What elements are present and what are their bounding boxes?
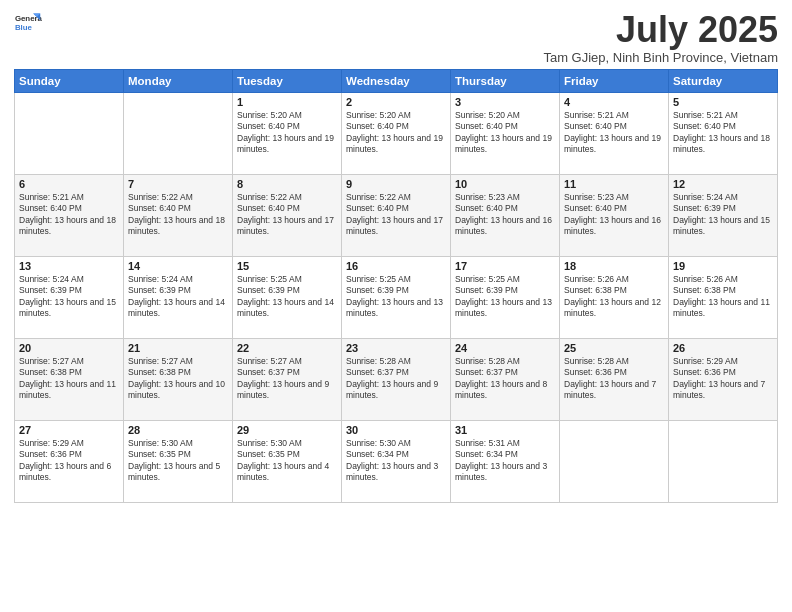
calendar-cell: 31Sunrise: 5:31 AM Sunset: 6:34 PM Dayli… <box>451 420 560 502</box>
calendar-cell: 8Sunrise: 5:22 AM Sunset: 6:40 PM Daylig… <box>233 174 342 256</box>
day-number: 23 <box>346 342 446 354</box>
day-of-week-header: Tuesday <box>233 69 342 92</box>
day-of-week-header: Sunday <box>15 69 124 92</box>
header: General Blue July 2025 Tam GJiep, Ninh B… <box>14 10 778 65</box>
day-info: Sunrise: 5:29 AM Sunset: 6:36 PM Dayligh… <box>673 356 773 402</box>
svg-text:Blue: Blue <box>15 23 33 32</box>
day-number: 4 <box>564 96 664 108</box>
day-number: 7 <box>128 178 228 190</box>
calendar-cell: 23Sunrise: 5:28 AM Sunset: 6:37 PM Dayli… <box>342 338 451 420</box>
day-of-week-header: Friday <box>560 69 669 92</box>
day-info: Sunrise: 5:30 AM Sunset: 6:34 PM Dayligh… <box>346 438 446 484</box>
day-number: 6 <box>19 178 119 190</box>
calendar-cell: 14Sunrise: 5:24 AM Sunset: 6:39 PM Dayli… <box>124 256 233 338</box>
day-number: 28 <box>128 424 228 436</box>
day-of-week-header: Saturday <box>669 69 778 92</box>
day-number: 2 <box>346 96 446 108</box>
day-info: Sunrise: 5:25 AM Sunset: 6:39 PM Dayligh… <box>237 274 337 320</box>
calendar-cell: 9Sunrise: 5:22 AM Sunset: 6:40 PM Daylig… <box>342 174 451 256</box>
logo-icon: General Blue <box>14 10 42 38</box>
day-info: Sunrise: 5:28 AM Sunset: 6:37 PM Dayligh… <box>455 356 555 402</box>
calendar-week-row: 1Sunrise: 5:20 AM Sunset: 6:40 PM Daylig… <box>15 92 778 174</box>
day-info: Sunrise: 5:21 AM Sunset: 6:40 PM Dayligh… <box>673 110 773 156</box>
calendar-cell: 17Sunrise: 5:25 AM Sunset: 6:39 PM Dayli… <box>451 256 560 338</box>
day-info: Sunrise: 5:25 AM Sunset: 6:39 PM Dayligh… <box>455 274 555 320</box>
day-info: Sunrise: 5:21 AM Sunset: 6:40 PM Dayligh… <box>564 110 664 156</box>
calendar-cell: 22Sunrise: 5:27 AM Sunset: 6:37 PM Dayli… <box>233 338 342 420</box>
day-info: Sunrise: 5:23 AM Sunset: 6:40 PM Dayligh… <box>455 192 555 238</box>
calendar-week-row: 27Sunrise: 5:29 AM Sunset: 6:36 PM Dayli… <box>15 420 778 502</box>
day-number: 20 <box>19 342 119 354</box>
day-number: 13 <box>19 260 119 272</box>
calendar-cell: 27Sunrise: 5:29 AM Sunset: 6:36 PM Dayli… <box>15 420 124 502</box>
day-info: Sunrise: 5:20 AM Sunset: 6:40 PM Dayligh… <box>346 110 446 156</box>
calendar-cell: 28Sunrise: 5:30 AM Sunset: 6:35 PM Dayli… <box>124 420 233 502</box>
day-number: 10 <box>455 178 555 190</box>
day-info: Sunrise: 5:27 AM Sunset: 6:37 PM Dayligh… <box>237 356 337 402</box>
page: General Blue July 2025 Tam GJiep, Ninh B… <box>0 0 792 612</box>
calendar-cell: 21Sunrise: 5:27 AM Sunset: 6:38 PM Dayli… <box>124 338 233 420</box>
day-info: Sunrise: 5:27 AM Sunset: 6:38 PM Dayligh… <box>128 356 228 402</box>
calendar-cell: 2Sunrise: 5:20 AM Sunset: 6:40 PM Daylig… <box>342 92 451 174</box>
day-number: 29 <box>237 424 337 436</box>
day-info: Sunrise: 5:26 AM Sunset: 6:38 PM Dayligh… <box>564 274 664 320</box>
calendar-week-row: 6Sunrise: 5:21 AM Sunset: 6:40 PM Daylig… <box>15 174 778 256</box>
day-info: Sunrise: 5:22 AM Sunset: 6:40 PM Dayligh… <box>346 192 446 238</box>
day-number: 31 <box>455 424 555 436</box>
calendar-cell: 4Sunrise: 5:21 AM Sunset: 6:40 PM Daylig… <box>560 92 669 174</box>
day-info: Sunrise: 5:30 AM Sunset: 6:35 PM Dayligh… <box>128 438 228 484</box>
calendar-cell: 3Sunrise: 5:20 AM Sunset: 6:40 PM Daylig… <box>451 92 560 174</box>
day-number: 21 <box>128 342 228 354</box>
subtitle: Tam GJiep, Ninh Binh Province, Vietnam <box>543 50 778 65</box>
day-number: 27 <box>19 424 119 436</box>
day-info: Sunrise: 5:20 AM Sunset: 6:40 PM Dayligh… <box>455 110 555 156</box>
day-info: Sunrise: 5:22 AM Sunset: 6:40 PM Dayligh… <box>237 192 337 238</box>
day-number: 18 <box>564 260 664 272</box>
calendar-cell: 29Sunrise: 5:30 AM Sunset: 6:35 PM Dayli… <box>233 420 342 502</box>
calendar-cell <box>124 92 233 174</box>
calendar-cell: 18Sunrise: 5:26 AM Sunset: 6:38 PM Dayli… <box>560 256 669 338</box>
day-of-week-header: Wednesday <box>342 69 451 92</box>
calendar-cell: 30Sunrise: 5:30 AM Sunset: 6:34 PM Dayli… <box>342 420 451 502</box>
calendar-cell: 12Sunrise: 5:24 AM Sunset: 6:39 PM Dayli… <box>669 174 778 256</box>
day-number: 9 <box>346 178 446 190</box>
day-number: 5 <box>673 96 773 108</box>
calendar-week-row: 20Sunrise: 5:27 AM Sunset: 6:38 PM Dayli… <box>15 338 778 420</box>
calendar-cell: 1Sunrise: 5:20 AM Sunset: 6:40 PM Daylig… <box>233 92 342 174</box>
calendar-cell <box>669 420 778 502</box>
calendar-cell <box>15 92 124 174</box>
month-title: July 2025 <box>543 10 778 50</box>
calendar-cell: 20Sunrise: 5:27 AM Sunset: 6:38 PM Dayli… <box>15 338 124 420</box>
day-info: Sunrise: 5:28 AM Sunset: 6:36 PM Dayligh… <box>564 356 664 402</box>
day-number: 1 <box>237 96 337 108</box>
calendar-cell: 7Sunrise: 5:22 AM Sunset: 6:40 PM Daylig… <box>124 174 233 256</box>
calendar-cell: 5Sunrise: 5:21 AM Sunset: 6:40 PM Daylig… <box>669 92 778 174</box>
day-number: 22 <box>237 342 337 354</box>
calendar-cell: 19Sunrise: 5:26 AM Sunset: 6:38 PM Dayli… <box>669 256 778 338</box>
calendar-cell: 16Sunrise: 5:25 AM Sunset: 6:39 PM Dayli… <box>342 256 451 338</box>
day-info: Sunrise: 5:30 AM Sunset: 6:35 PM Dayligh… <box>237 438 337 484</box>
calendar-cell: 6Sunrise: 5:21 AM Sunset: 6:40 PM Daylig… <box>15 174 124 256</box>
calendar-cell: 24Sunrise: 5:28 AM Sunset: 6:37 PM Dayli… <box>451 338 560 420</box>
calendar-header-row: SundayMondayTuesdayWednesdayThursdayFrid… <box>15 69 778 92</box>
calendar-cell: 10Sunrise: 5:23 AM Sunset: 6:40 PM Dayli… <box>451 174 560 256</box>
calendar-cell: 25Sunrise: 5:28 AM Sunset: 6:36 PM Dayli… <box>560 338 669 420</box>
day-info: Sunrise: 5:27 AM Sunset: 6:38 PM Dayligh… <box>19 356 119 402</box>
day-number: 24 <box>455 342 555 354</box>
day-info: Sunrise: 5:22 AM Sunset: 6:40 PM Dayligh… <box>128 192 228 238</box>
day-info: Sunrise: 5:31 AM Sunset: 6:34 PM Dayligh… <box>455 438 555 484</box>
day-info: Sunrise: 5:24 AM Sunset: 6:39 PM Dayligh… <box>128 274 228 320</box>
day-of-week-header: Monday <box>124 69 233 92</box>
day-info: Sunrise: 5:29 AM Sunset: 6:36 PM Dayligh… <box>19 438 119 484</box>
day-number: 14 <box>128 260 228 272</box>
day-info: Sunrise: 5:24 AM Sunset: 6:39 PM Dayligh… <box>19 274 119 320</box>
day-number: 30 <box>346 424 446 436</box>
calendar-cell <box>560 420 669 502</box>
day-info: Sunrise: 5:21 AM Sunset: 6:40 PM Dayligh… <box>19 192 119 238</box>
day-number: 17 <box>455 260 555 272</box>
day-number: 11 <box>564 178 664 190</box>
day-number: 3 <box>455 96 555 108</box>
calendar-cell: 26Sunrise: 5:29 AM Sunset: 6:36 PM Dayli… <box>669 338 778 420</box>
day-number: 16 <box>346 260 446 272</box>
day-info: Sunrise: 5:24 AM Sunset: 6:39 PM Dayligh… <box>673 192 773 238</box>
